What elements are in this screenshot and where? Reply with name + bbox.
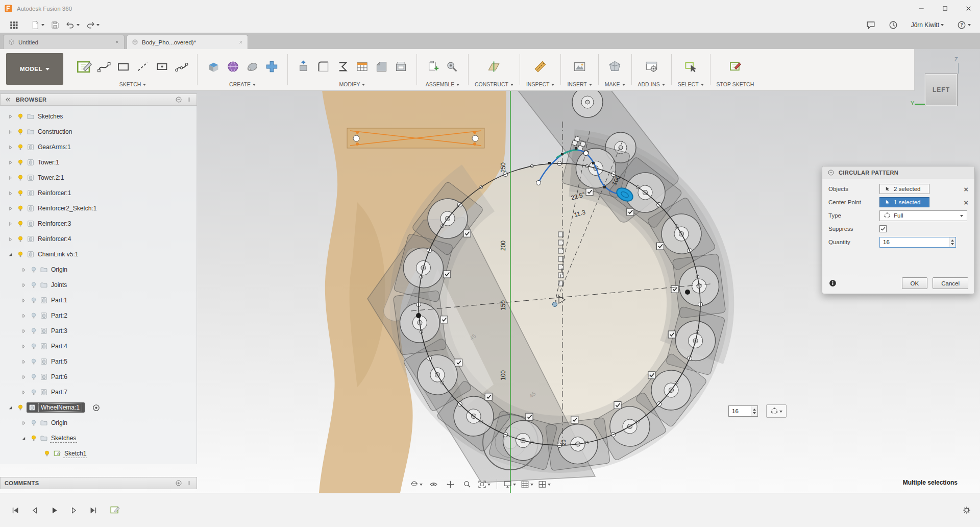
info-icon[interactable] — [828, 279, 837, 288]
top-sketch-bar[interactable] — [347, 128, 484, 148]
visibility-bulb-icon[interactable] — [30, 419, 38, 427]
browser-item-origin-10[interactable]: Origin — [0, 262, 197, 277]
minimize-button[interactable] — [910, 0, 933, 17]
tree-collapsed-caret-icon[interactable] — [19, 358, 28, 365]
canvas-quantity-spinner[interactable] — [751, 406, 757, 416]
dialog-header[interactable]: CIRCULAR PATTERN — [822, 166, 974, 179]
ribbon-menu-construct[interactable]: CONSTRUCT — [475, 80, 513, 88]
settings-button[interactable] — [962, 505, 972, 515]
print-3d-button[interactable] — [605, 56, 625, 78]
visibility-bulb-icon[interactable] — [16, 204, 24, 212]
close-button[interactable] — [957, 0, 980, 17]
select-button[interactable] — [681, 56, 700, 78]
construction-plane-button[interactable] — [484, 56, 504, 78]
visibility-bulb-icon[interactable] — [16, 235, 24, 243]
create-sketch-button[interactable] — [75, 56, 94, 78]
step-back-button[interactable] — [28, 503, 42, 517]
ribbon-menu-create[interactable]: CREATE — [229, 80, 256, 88]
browser-item-construction-1[interactable]: Construction — [0, 124, 197, 139]
zoom-button[interactable] — [459, 477, 475, 491]
viewports-button[interactable] — [536, 477, 552, 491]
ribbon-menu-sketch[interactable]: SKETCH — [119, 80, 146, 88]
dim-200[interactable]: 200 — [500, 241, 507, 251]
quantity-spinner[interactable] — [949, 237, 955, 247]
center-point-selection-field[interactable]: 1 selected — [879, 197, 929, 207]
parameter-table-button[interactable] — [352, 56, 372, 78]
browser-item-part-7-18[interactable]: Part:7 — [0, 385, 197, 400]
collapse-all-icon[interactable] — [175, 96, 182, 103]
viewcube[interactable]: Z Y LEFT — [908, 55, 974, 112]
browser-header[interactable]: BROWSER — [0, 93, 197, 106]
visibility-bulb-icon[interactable] — [16, 174, 24, 182]
dim-20[interactable]: 20 — [561, 439, 567, 445]
visibility-bulb-icon[interactable] — [30, 296, 38, 304]
tree-collapsed-caret-icon[interactable] — [19, 374, 28, 380]
ribbon-menu-assemble[interactable]: ASSEMBLE — [426, 80, 460, 88]
tree-collapsed-caret-icon[interactable] — [19, 420, 28, 426]
visibility-bulb-icon[interactable] — [16, 112, 24, 121]
browser-item-part-4-15[interactable]: Part:4 — [0, 339, 197, 354]
add-comment-icon[interactable] — [175, 480, 182, 487]
chamfer-button[interactable] — [372, 56, 391, 78]
browser-item-part-5-16[interactable]: Part:5 — [0, 354, 197, 369]
display-settings-button[interactable] — [502, 477, 518, 491]
tree-collapsed-caret-icon[interactable] — [19, 343, 28, 350]
visibility-bulb-icon[interactable] — [16, 158, 24, 166]
grid-settings-button[interactable] — [519, 477, 535, 491]
browser-item-tower-2-1-4[interactable]: Tower.2:1 — [0, 170, 197, 185]
spin-down-icon[interactable] — [951, 243, 954, 247]
file-menu-button[interactable] — [29, 19, 46, 31]
workspace-selector[interactable]: MODEL — [6, 53, 63, 85]
visibility-bulb-icon[interactable] — [30, 266, 38, 274]
tree-collapsed-caret-icon[interactable] — [19, 297, 28, 304]
save-button[interactable] — [48, 19, 62, 31]
ribbon-menu-stop-sketch[interactable]: STOP SKETCH — [717, 80, 754, 88]
joint-dot[interactable] — [685, 290, 690, 295]
tree-collapsed-caret-icon[interactable] — [6, 190, 14, 197]
tab-untitled[interactable]: Untitled — [3, 35, 125, 49]
panel-grip-icon[interactable] — [185, 96, 192, 103]
browser-item-reinforcer2-sketch-1-6[interactable]: Reinforcer2_Sketch:1 — [0, 201, 197, 216]
browser-item-part-1-12[interactable]: Part:1 — [0, 293, 197, 308]
ribbon-menu-add-ins[interactable]: ADD-INS — [638, 80, 665, 88]
ribbon-menu-make[interactable]: MAKE — [605, 80, 625, 88]
tree-expanded-caret-icon[interactable] — [6, 251, 14, 258]
job-status-button[interactable] — [887, 19, 900, 31]
joint-dot[interactable] — [416, 313, 421, 318]
clear-center-point-button[interactable]: × — [964, 199, 968, 206]
rectangle-button[interactable] — [113, 56, 133, 78]
visibility-bulb-icon[interactable] — [30, 388, 38, 396]
clear-objects-button[interactable]: × — [964, 185, 968, 193]
pipe-button[interactable] — [262, 56, 281, 78]
shell-button[interactable] — [391, 56, 410, 78]
visibility-bulb-icon[interactable] — [30, 357, 38, 366]
center-rectangle-button[interactable] — [152, 56, 172, 78]
center-point[interactable] — [553, 302, 557, 307]
tree-collapsed-caret-icon[interactable] — [6, 221, 14, 227]
ribbon-menu-modify[interactable]: MODIFY — [339, 80, 365, 88]
visibility-bulb-icon[interactable] — [43, 449, 51, 458]
tree-collapsed-caret-icon[interactable] — [19, 267, 28, 273]
browser-item-origin-20[interactable]: Origin — [0, 415, 197, 430]
visibility-bulb-icon[interactable] — [16, 143, 24, 151]
dialog-collapse-icon[interactable] — [827, 169, 835, 176]
type-dropdown[interactable]: Full — [879, 210, 967, 221]
browser-item-sketches-21[interactable]: Sketches — [0, 430, 197, 446]
scripts-addins-button[interactable] — [642, 56, 661, 78]
activate-component-icon[interactable] — [92, 403, 101, 412]
browser-item-part-2-13[interactable]: Part:2 — [0, 308, 197, 323]
dim-100[interactable]: 100 — [500, 370, 507, 380]
tab-body-pho-overed[interactable]: Body_Pho...overed)* — [127, 35, 248, 49]
tree-expanded-caret-icon[interactable] — [6, 404, 14, 411]
sweep-button[interactable] — [242, 56, 262, 78]
create-form-button[interactable] — [223, 56, 242, 78]
comments-button[interactable] — [864, 19, 877, 31]
ribbon-menu-select[interactable]: SELECT — [678, 80, 704, 88]
new-component-button[interactable] — [423, 56, 443, 78]
extrude-button[interactable] — [204, 56, 223, 78]
tree-collapsed-caret-icon[interactable] — [6, 144, 14, 151]
press-pull-button[interactable] — [294, 56, 313, 78]
tree-collapsed-caret-icon[interactable] — [6, 236, 14, 243]
browser-item-reinforcer-4-8[interactable]: Reinforcer:4 — [0, 231, 197, 247]
browser-item-part-6-17[interactable]: Part:6 — [0, 369, 197, 385]
